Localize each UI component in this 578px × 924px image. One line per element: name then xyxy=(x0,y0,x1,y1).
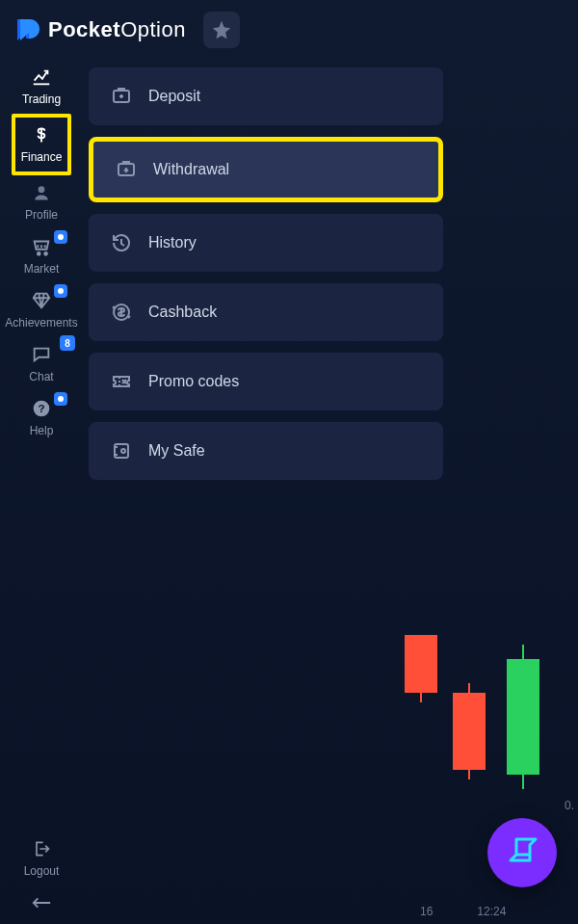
brand-text: PocketOption xyxy=(48,17,186,42)
notification-badge: 8 xyxy=(60,335,75,351)
submenu-label: Deposit xyxy=(148,88,200,105)
sidebar-item-profile[interactable]: Profile xyxy=(12,175,71,229)
sidebar-nav: Trading Finance Profile Market xyxy=(0,58,83,924)
sidebar-item-market[interactable]: Market xyxy=(12,229,71,283)
sidebar-label: Finance xyxy=(21,150,63,164)
svg-point-1 xyxy=(38,252,40,255)
notification-dot xyxy=(54,230,67,244)
submenu-label: My Safe xyxy=(148,442,205,460)
cashback-icon xyxy=(110,301,133,324)
sidebar-label: Logout xyxy=(24,864,60,878)
submenu-label: Promo codes xyxy=(148,373,239,390)
submenu-label: Cashback xyxy=(148,304,217,321)
cart-icon xyxy=(31,235,52,258)
ticket-icon xyxy=(110,370,133,393)
submenu-item-history[interactable]: History xyxy=(89,214,443,272)
sidebar-label: Market xyxy=(24,262,60,276)
user-icon xyxy=(32,181,51,204)
sidebar-label: Achievements xyxy=(5,316,77,330)
sidebar-item-help[interactable]: ? Help xyxy=(12,391,71,445)
dollar-icon xyxy=(32,123,51,146)
sidebar-label: Chat xyxy=(29,370,53,383)
submenu-item-withdrawal[interactable]: Withdrawal xyxy=(89,137,443,202)
chart-line-icon xyxy=(31,66,52,89)
notification-dot xyxy=(54,284,67,298)
submenu-item-deposit[interactable]: Deposit xyxy=(89,67,443,125)
logout-icon xyxy=(32,837,51,860)
sidebar-item-achievements[interactable]: Achievements xyxy=(12,283,71,337)
svg-point-9 xyxy=(121,449,125,453)
sidebar-label: Profile xyxy=(25,208,58,222)
logo-mark-icon xyxy=(13,15,42,44)
arrow-left-icon xyxy=(31,891,52,914)
finance-submenu: Deposit Withdrawal History Cashback Prom xyxy=(89,67,443,480)
favorites-button[interactable] xyxy=(203,12,240,48)
svg-point-0 xyxy=(39,186,45,193)
notification-dot xyxy=(54,392,67,406)
sidebar-item-chat[interactable]: 8 Chat xyxy=(12,337,71,391)
gem-icon xyxy=(31,289,52,312)
submenu-label: Withdrawal xyxy=(153,161,229,178)
submenu-item-safe[interactable]: My Safe xyxy=(89,422,443,480)
sidebar-collapse[interactable] xyxy=(12,885,71,924)
history-icon xyxy=(110,231,133,254)
withdrawal-icon xyxy=(115,158,138,181)
chart-y-axis: 0. xyxy=(565,799,574,812)
sidebar-label: Help xyxy=(30,424,54,437)
svg-point-2 xyxy=(44,252,47,255)
submenu-item-promo[interactable]: Promo codes xyxy=(89,353,443,410)
support-fab[interactable] xyxy=(487,818,557,887)
brand-logo[interactable]: PocketOption xyxy=(13,15,186,44)
sidebar-item-logout[interactable]: Logout xyxy=(12,832,71,885)
svg-text:?: ? xyxy=(38,402,44,414)
app-header: PocketOption xyxy=(0,0,578,60)
submenu-item-cashback[interactable]: Cashback xyxy=(89,283,443,341)
support-icon xyxy=(503,833,541,872)
submenu-label: History xyxy=(148,234,197,251)
safe-icon xyxy=(110,439,133,462)
sidebar-item-trading[interactable]: Trading xyxy=(12,60,71,114)
chart-x-axis: 16 12:24 xyxy=(414,905,578,918)
help-icon: ? xyxy=(32,397,51,420)
chat-icon xyxy=(31,343,52,366)
sidebar-item-finance[interactable]: Finance xyxy=(12,114,71,175)
sidebar-label: Trading xyxy=(22,92,61,106)
deposit-icon xyxy=(110,85,133,108)
